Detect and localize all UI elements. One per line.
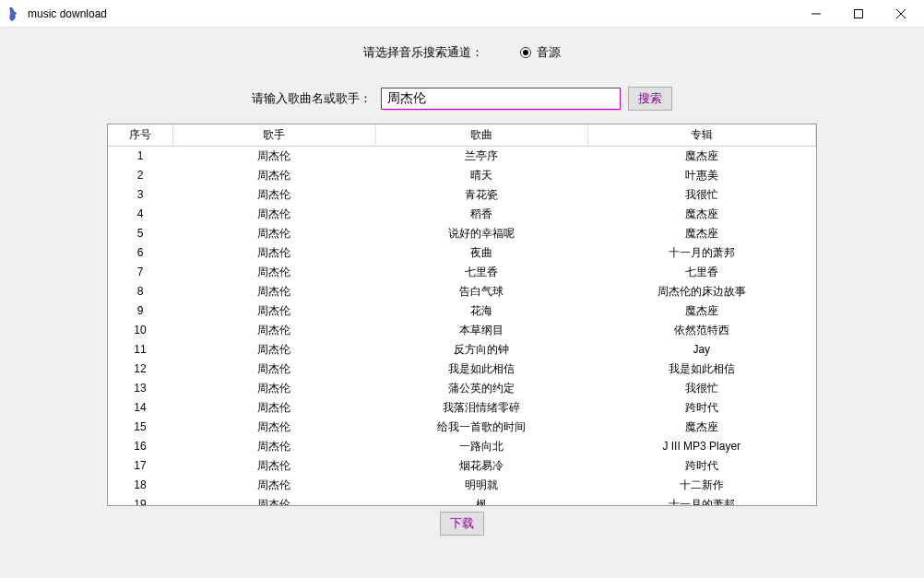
table-row[interactable]: 14周杰伦我落泪情绪零碎跨时代	[108, 398, 816, 418]
cell-artist: 周杰伦	[172, 476, 375, 495]
cell-album: 周杰伦的床边故事	[587, 282, 816, 301]
cell-song: 反方向的钟	[375, 340, 587, 360]
cell-song: 夜曲	[375, 243, 587, 263]
table-row[interactable]: 19周杰伦枫十一月的萧邦	[108, 495, 816, 506]
cell-artist: 周杰伦	[172, 166, 375, 185]
cell-artist: 周杰伦	[172, 301, 375, 321]
cell-album: 我是如此相信	[587, 360, 816, 379]
table-row[interactable]: 13周杰伦蒲公英的约定我很忙	[108, 379, 816, 398]
cell-album: 十二新作	[587, 476, 816, 495]
cell-idx: 7	[108, 263, 172, 282]
cell-artist: 周杰伦	[172, 360, 375, 379]
cell-idx: 10	[108, 321, 172, 340]
cell-album: 跨时代	[587, 456, 816, 476]
cell-idx: 2	[108, 166, 172, 185]
cell-artist: 周杰伦	[172, 147, 375, 167]
channel-radio-label: 音源	[537, 44, 561, 61]
search-button[interactable]: 搜索	[628, 87, 672, 111]
download-row: 下载	[0, 512, 924, 536]
cell-artist: 周杰伦	[172, 398, 375, 418]
table-row[interactable]: 9周杰伦花海魔杰座	[108, 301, 816, 321]
cell-album: 我很忙	[587, 185, 816, 205]
cell-song: 青花瓷	[375, 185, 587, 205]
cell-idx: 8	[108, 282, 172, 301]
table-row[interactable]: 17周杰伦烟花易冷跨时代	[108, 456, 816, 476]
cell-album: 依然范特西	[587, 321, 816, 340]
cell-album: 魔杰座	[587, 301, 816, 321]
col-header-song[interactable]: 歌曲	[375, 124, 587, 147]
cell-artist: 周杰伦	[172, 418, 375, 437]
table-row[interactable]: 10周杰伦本草纲目依然范特西	[108, 321, 816, 340]
cell-artist: 周杰伦	[172, 185, 375, 205]
table-row[interactable]: 11周杰伦反方向的钟Jay	[108, 340, 816, 360]
cell-song: 烟花易冷	[375, 456, 587, 476]
table-row[interactable]: 4周杰伦稻香魔杰座	[108, 205, 816, 224]
cell-song: 晴天	[375, 166, 587, 185]
cell-artist: 周杰伦	[172, 205, 375, 224]
cell-idx: 12	[108, 360, 172, 379]
svg-rect-1	[855, 9, 863, 18]
radio-icon	[520, 47, 531, 58]
table-row[interactable]: 15周杰伦给我一首歌的时间魔杰座	[108, 418, 816, 437]
maximize-button[interactable]	[837, 0, 880, 28]
cell-artist: 周杰伦	[172, 340, 375, 360]
cell-artist: 周杰伦	[172, 243, 375, 263]
cell-idx: 17	[108, 456, 172, 476]
cell-album: 我很忙	[587, 379, 816, 398]
cell-idx: 14	[108, 398, 172, 418]
download-button[interactable]: 下载	[440, 512, 484, 536]
table-row[interactable]: 5周杰伦说好的幸福呢魔杰座	[108, 224, 816, 243]
table-row[interactable]: 18周杰伦明明就十二新作	[108, 476, 816, 495]
table-row[interactable]: 16周杰伦一路向北J III MP3 Player	[108, 437, 816, 456]
col-header-album[interactable]: 专辑	[587, 124, 816, 147]
cell-album: 十一月的萧邦	[587, 495, 816, 506]
cell-artist: 周杰伦	[172, 263, 375, 282]
table-row[interactable]: 2周杰伦晴天叶惠美	[108, 166, 816, 185]
titlebar: music download	[0, 0, 924, 28]
cell-song: 兰亭序	[375, 147, 587, 167]
table-row[interactable]: 1周杰伦兰亭序魔杰座	[108, 147, 816, 167]
cell-album: 七里香	[587, 263, 816, 282]
table-row[interactable]: 8周杰伦告白气球周杰伦的床边故事	[108, 282, 816, 301]
table-row[interactable]: 6周杰伦夜曲十一月的萧邦	[108, 243, 816, 263]
results-table[interactable]: 序号 歌手 歌曲 专辑 1周杰伦兰亭序魔杰座2周杰伦晴天叶惠美3周杰伦青花瓷我很…	[107, 124, 817, 506]
cell-idx: 1	[108, 147, 172, 167]
table-row[interactable]: 7周杰伦七里香七里香	[108, 263, 816, 282]
channel-row: 请选择音乐搜索通道： 音源	[0, 44, 924, 61]
cell-song: 说好的幸福呢	[375, 224, 587, 243]
col-header-index[interactable]: 序号	[108, 124, 172, 147]
cell-album: 魔杰座	[587, 418, 816, 437]
close-button[interactable]	[880, 0, 922, 28]
channel-prompt-label: 请选择音乐搜索通道：	[363, 44, 483, 61]
window-controls	[795, 0, 922, 28]
cell-song: 枫	[375, 495, 587, 506]
cell-artist: 周杰伦	[172, 437, 375, 456]
cell-idx: 19	[108, 495, 172, 506]
cell-song: 告白气球	[375, 282, 587, 301]
minimize-button[interactable]	[795, 0, 837, 28]
cell-song: 我是如此相信	[375, 360, 587, 379]
cell-song: 本草纲目	[375, 321, 587, 340]
table-row[interactable]: 12周杰伦我是如此相信我是如此相信	[108, 360, 816, 379]
cell-album: 十一月的萧邦	[587, 243, 816, 263]
cell-song: 稻香	[375, 205, 587, 224]
cell-idx: 9	[108, 301, 172, 321]
cell-artist: 周杰伦	[172, 282, 375, 301]
cell-album: 魔杰座	[587, 205, 816, 224]
search-input[interactable]	[381, 88, 621, 110]
cell-artist: 周杰伦	[172, 379, 375, 398]
window-title: music download	[28, 7, 107, 20]
cell-artist: 周杰伦	[172, 495, 375, 506]
content-area: 请选择音乐搜索通道： 音源 请输入歌曲名或歌手： 搜索 序号 歌手 歌曲 专辑 …	[0, 28, 924, 578]
cell-idx: 5	[108, 224, 172, 243]
col-header-artist[interactable]: 歌手	[172, 124, 375, 147]
cell-idx: 18	[108, 476, 172, 495]
cell-album: 叶惠美	[587, 166, 816, 185]
channel-radio-source[interactable]: 音源	[520, 44, 561, 61]
table-row[interactable]: 3周杰伦青花瓷我很忙	[108, 185, 816, 205]
cell-song: 一路向北	[375, 437, 587, 456]
cell-album: 跨时代	[587, 398, 816, 418]
cell-artist: 周杰伦	[172, 224, 375, 243]
cell-idx: 3	[108, 185, 172, 205]
search-row: 请输入歌曲名或歌手： 搜索	[0, 87, 924, 111]
